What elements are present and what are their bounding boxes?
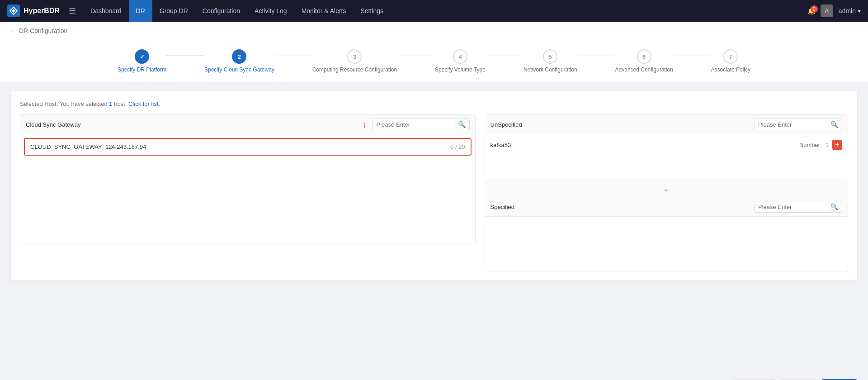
nav-activity-log[interactable]: Activity Log (247, 0, 294, 22)
unspecified-item: kafka53 Number: 1 + (491, 138, 842, 152)
gateway-item-count: 0 / 20 (450, 143, 465, 150)
content-card: Selected Host: You have selected 1 host.… (11, 91, 857, 280)
step-2: 2 Specify Cloud Sync Gateway (204, 49, 274, 73)
notifications-bell[interactable]: 🔔 0 (807, 7, 815, 14)
step-2-label: Specify Cloud Sync Gateway (204, 66, 274, 73)
step-1: ✓ Specify DR Platform (118, 49, 166, 73)
step-5: 5 Network Configuration (524, 49, 577, 73)
selected-host-count: 1 (109, 100, 112, 107)
breadcrumb: ← DR Configuration (0, 22, 868, 40)
step-6-circle: 6 (637, 49, 651, 64)
unspecified-search-input[interactable] (755, 119, 827, 130)
number-label: Number: (799, 142, 822, 148)
unspecified-panel-body: kafka53 Number: 1 + (485, 134, 848, 180)
nav-monitor-alerts[interactable]: Monitor & Alerts (294, 0, 354, 22)
step-5-circle: 5 (543, 49, 557, 64)
cloud-sync-gateway-panel: Cloud Sync Gateway ↓ 🔍 CLOUD_SYNC_GATEWA… (20, 114, 476, 243)
specified-panel: Specified 🔍 (485, 197, 848, 271)
step-1-label: Specify DR Platform (118, 66, 166, 73)
unspecified-search[interactable]: 🔍 (754, 119, 842, 130)
step-7-label: Associate Policy (711, 66, 750, 73)
specified-search-icon: 🔍 (827, 201, 842, 212)
step-6: 6 Advanced Configuration (615, 49, 673, 73)
left-search-input[interactable] (373, 119, 454, 130)
step-4-circle: 4 (453, 49, 467, 64)
specified-search-input[interactable] (755, 202, 827, 212)
footer-bar: Cancel Back Next (0, 372, 868, 380)
chevron-down-icon: ⌄ (663, 184, 670, 194)
left-panel-body: CLOUD_SYNC_GATEWAY_124.243.187.94 0 / 20 (20, 134, 475, 243)
left-search-icon: 🔍 (454, 119, 469, 130)
left-panel-search[interactable]: 🔍 (373, 119, 470, 130)
step-1-circle: ✓ (135, 49, 149, 64)
two-col-layout: Cloud Sync Gateway ↓ 🔍 CLOUD_SYNC_GATEWA… (20, 114, 848, 271)
connector-5-6 (577, 56, 615, 56)
connector-2-3 (274, 56, 312, 56)
connector-4-5 (486, 56, 524, 56)
step-3: 3 Computing Resource Configuration (312, 49, 397, 73)
number-value: 1 (826, 142, 829, 148)
main-content: Selected Host: You have selected 1 host.… (0, 82, 868, 372)
admin-menu[interactable]: admin ▾ (839, 7, 861, 14)
chevron-down-icon: ▾ (858, 7, 861, 14)
app-logo: HyperBDR (7, 5, 60, 17)
panel-header-left: Cloud Sync Gateway ↓ 🔍 (20, 115, 475, 134)
step-2-circle: 2 (232, 49, 246, 64)
connector-6-7 (673, 56, 711, 56)
unspecified-title: UnSpecified (491, 121, 750, 128)
selected-host-bar: Selected Host: You have selected 1 host.… (20, 100, 848, 107)
topnav-right: 🔔 0 A admin ▾ (807, 5, 861, 17)
panel-divider: ⌄ (485, 180, 848, 197)
unspecified-item-label: kafka53 (491, 142, 511, 148)
arrow-down-indicator: ↓ (363, 119, 367, 130)
nav-settings[interactable]: Settings (353, 0, 391, 22)
specified-title: Specified (491, 204, 750, 210)
step-3-label: Computing Resource Configuration (312, 66, 397, 73)
unspecified-search-icon: 🔍 (827, 119, 842, 130)
step-5-label: Network Configuration (524, 66, 577, 73)
gateway-item-label: CLOUD_SYNC_GATEWAY_124.243.187.94 (30, 143, 146, 150)
step-7-circle: 7 (723, 49, 738, 64)
notification-badge: 0 (811, 5, 818, 13)
left-column: Cloud Sync Gateway ↓ 🔍 CLOUD_SYNC_GATEWA… (20, 114, 476, 271)
user-avatar: A (821, 5, 833, 17)
stepper: ✓ Specify DR Platform 2 Specify Cloud Sy… (0, 40, 868, 82)
nav-dr[interactable]: DR (129, 0, 152, 22)
add-to-specified-button[interactable]: + (832, 140, 842, 150)
step-7: 7 Associate Policy (711, 49, 750, 73)
nav-configuration[interactable]: Configuration (195, 0, 247, 22)
step-3-circle: 3 (347, 49, 362, 64)
connector-1-2 (166, 56, 204, 56)
unspecified-panel-header: UnSpecified 🔍 (485, 115, 848, 134)
top-navigation: HyperBDR ☰ Dashboard DR Group DR Configu… (0, 0, 868, 22)
selected-host-prefix: Selected Host: You have selected (20, 100, 109, 107)
nav-links: Dashboard DR Group DR Configuration Acti… (83, 0, 807, 22)
panel-title-left: Cloud Sync Gateway (26, 121, 359, 128)
hamburger-icon[interactable]: ☰ (69, 6, 76, 16)
breadcrumb-back[interactable]: ← DR Configuration (11, 27, 67, 34)
unspecified-panel: UnSpecified 🔍 kafka53 Number: 1 (485, 114, 848, 180)
specified-search[interactable]: 🔍 (754, 201, 842, 213)
specified-panel-body (485, 217, 848, 271)
app-name: HyperBDR (24, 7, 60, 15)
step-6-label: Advanced Configuration (615, 66, 673, 73)
nav-dashboard[interactable]: Dashboard (83, 0, 129, 22)
logo-icon (7, 5, 20, 17)
step-4: 4 Specify Volume Type (435, 49, 486, 73)
back-arrow-icon: ← (11, 27, 17, 34)
step-4-label: Specify Volume Type (435, 66, 486, 73)
selected-host-suffix: host. (113, 100, 128, 107)
right-column: UnSpecified 🔍 kafka53 Number: 1 (485, 114, 848, 271)
gateway-item[interactable]: CLOUD_SYNC_GATEWAY_124.243.187.94 0 / 20 (24, 138, 472, 156)
nav-group-dr[interactable]: Group DR (152, 0, 195, 22)
unspecified-item-right: Number: 1 + (799, 140, 842, 150)
connector-3-4 (397, 56, 435, 56)
specified-panel-header: Specified 🔍 (485, 197, 848, 217)
click-for-list-link[interactable]: Click for list. (128, 100, 160, 107)
